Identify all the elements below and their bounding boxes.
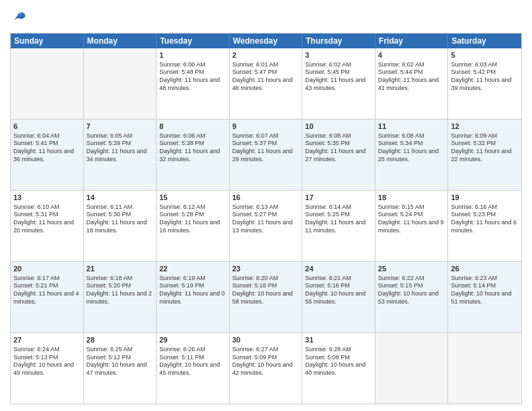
day-number: 17 [305,193,372,203]
day-info: Sunrise: 6:24 AMSunset: 5:13 PMDaylight:… [13,346,81,377]
day-number: 19 [451,193,519,203]
calendar: SundayMondayTuesdayWednesdayThursdayFrid… [10,33,522,404]
day-number: 27 [13,335,81,345]
calendar-cell-1-2: 8Sunrise: 6:06 AMSunset: 5:38 PMDaylight… [157,120,230,190]
day-info: Sunrise: 6:19 AMSunset: 5:19 PMDaylight:… [159,275,226,306]
day-info: Sunrise: 6:17 AMSunset: 5:21 PMDaylight:… [13,275,81,306]
day-number: 4 [378,50,445,60]
day-number: 12 [451,122,519,132]
day-info: Sunrise: 6:16 AMSunset: 5:23 PMDaylight:… [451,203,519,235]
calendar-cell-3-5: 25Sunrise: 6:22 AMSunset: 5:15 PMDayligh… [375,262,449,332]
day-info: Sunrise: 6:14 AMSunset: 5:25 PMDaylight:… [305,203,372,235]
logo-general [10,9,26,28]
calendar-cell-2-6: 19Sunrise: 6:16 AMSunset: 5:23 PMDayligh… [448,191,521,261]
day-number: 24 [305,264,372,274]
calendar-row-4: 27Sunrise: 6:24 AMSunset: 5:13 PMDayligh… [11,332,521,404]
day-info: Sunrise: 6:22 AMSunset: 5:15 PMDaylight:… [378,275,445,306]
calendar-cell-0-2: 1Sunrise: 6:00 AMSunset: 5:48 PMDaylight… [157,48,230,119]
calendar-cell-2-0: 13Sunrise: 6:10 AMSunset: 5:31 PMDayligh… [11,191,84,261]
day-info: Sunrise: 6:00 AMSunset: 5:48 PMDaylight:… [159,61,226,93]
calendar-row-1: 6Sunrise: 6:04 AMSunset: 5:41 PMDaylight… [11,119,521,190]
day-info: Sunrise: 6:28 AMSunset: 5:08 PMDaylight:… [305,346,372,377]
day-number: 3 [305,50,372,60]
day-number: 14 [87,193,154,203]
calendar-cell-0-1 [84,48,157,119]
day-number: 15 [159,193,226,203]
day-info: Sunrise: 6:01 AMSunset: 5:47 PMDaylight:… [232,61,300,93]
day-info: Sunrise: 6:06 AMSunset: 5:38 PMDaylight:… [159,132,226,164]
day-info: Sunrise: 6:09 AMSunset: 5:32 PMDaylight:… [451,132,519,164]
logo [10,9,26,28]
calendar-cell-3-6: 26Sunrise: 6:23 AMSunset: 5:14 PMDayligh… [448,262,521,332]
calendar-cell-3-1: 21Sunrise: 6:18 AMSunset: 5:20 PMDayligh… [84,262,157,332]
day-info: Sunrise: 6:07 AMSunset: 5:37 PMDaylight:… [232,132,300,164]
day-number: 8 [159,122,226,132]
calendar-cell-4-1: 28Sunrise: 6:25 AMSunset: 5:12 PMDayligh… [84,333,157,404]
day-info: Sunrise: 6:13 AMSunset: 5:27 PMDaylight:… [232,203,300,235]
calendar-cell-4-0: 27Sunrise: 6:24 AMSunset: 5:13 PMDayligh… [11,333,84,404]
day-info: Sunrise: 6:11 AMSunset: 5:30 PMDaylight:… [87,203,154,235]
calendar-cell-2-3: 16Sunrise: 6:13 AMSunset: 5:27 PMDayligh… [230,191,303,261]
calendar-cell-4-4: 31Sunrise: 6:28 AMSunset: 5:08 PMDayligh… [302,333,375,404]
day-info: Sunrise: 6:02 AMSunset: 5:44 PMDaylight:… [378,61,445,93]
day-number: 20 [13,264,81,274]
header-cell-sunday: Sunday [11,34,84,48]
day-number: 26 [451,264,519,274]
page: SundayMondayTuesdayWednesdayThursdayFrid… [0,0,532,411]
day-info: Sunrise: 6:25 AMSunset: 5:12 PMDaylight:… [87,346,154,377]
day-info: Sunrise: 6:26 AMSunset: 5:11 PMDaylight:… [159,346,226,377]
day-info: Sunrise: 6:21 AMSunset: 5:16 PMDaylight:… [305,275,372,306]
calendar-cell-3-4: 24Sunrise: 6:21 AMSunset: 5:16 PMDayligh… [302,262,375,332]
calendar-cell-1-3: 9Sunrise: 6:07 AMSunset: 5:37 PMDaylight… [230,120,303,190]
header-cell-saturday: Saturday [448,34,521,48]
calendar-cell-0-3: 2Sunrise: 6:01 AMSunset: 5:47 PMDaylight… [230,48,303,119]
header-cell-tuesday: Tuesday [157,34,230,48]
day-info: Sunrise: 6:27 AMSunset: 5:09 PMDaylight:… [232,346,300,377]
calendar-row-2: 13Sunrise: 6:10 AMSunset: 5:31 PMDayligh… [11,190,521,261]
day-number: 6 [13,122,81,132]
day-info: Sunrise: 6:05 AMSunset: 5:39 PMDaylight:… [87,132,154,164]
calendar-cell-2-1: 14Sunrise: 6:11 AMSunset: 5:30 PMDayligh… [84,191,157,261]
day-info: Sunrise: 6:08 AMSunset: 5:35 PMDaylight:… [305,132,372,164]
day-info: Sunrise: 6:02 AMSunset: 5:45 PMDaylight:… [305,61,372,93]
day-number: 23 [232,264,300,274]
calendar-cell-1-6: 12Sunrise: 6:09 AMSunset: 5:32 PMDayligh… [448,120,521,190]
header-cell-thursday: Thursday [302,34,375,48]
calendar-cell-0-4: 3Sunrise: 6:02 AMSunset: 5:45 PMDaylight… [302,48,375,119]
day-number: 11 [378,122,445,132]
calendar-row-3: 20Sunrise: 6:17 AMSunset: 5:21 PMDayligh… [11,261,521,332]
day-info: Sunrise: 6:08 AMSunset: 5:34 PMDaylight:… [378,132,445,164]
calendar-cell-1-5: 11Sunrise: 6:08 AMSunset: 5:34 PMDayligh… [375,120,449,190]
day-number: 29 [159,335,226,345]
calendar-cell-3-3: 23Sunrise: 6:20 AMSunset: 5:18 PMDayligh… [230,262,303,332]
day-info: Sunrise: 6:18 AMSunset: 5:20 PMDaylight:… [87,275,154,306]
day-info: Sunrise: 6:10 AMSunset: 5:31 PMDaylight:… [13,203,81,235]
day-info: Sunrise: 6:23 AMSunset: 5:14 PMDaylight:… [451,275,519,306]
calendar-cell-4-3: 30Sunrise: 6:27 AMSunset: 5:09 PMDayligh… [230,333,303,404]
day-info: Sunrise: 6:04 AMSunset: 5:41 PMDaylight:… [13,132,81,164]
calendar-cell-0-0 [11,48,84,119]
calendar-cell-2-4: 17Sunrise: 6:14 AMSunset: 5:25 PMDayligh… [302,191,375,261]
day-number: 13 [13,193,81,203]
day-number: 7 [87,122,154,132]
calendar-cell-4-6 [448,333,521,404]
calendar-cell-4-5 [375,333,449,404]
calendar-cell-0-6: 5Sunrise: 6:03 AMSunset: 5:42 PMDaylight… [448,48,521,119]
calendar-cell-1-4: 10Sunrise: 6:08 AMSunset: 5:35 PMDayligh… [302,120,375,190]
day-info: Sunrise: 6:20 AMSunset: 5:18 PMDaylight:… [232,275,300,306]
day-number: 31 [305,335,372,345]
day-number: 9 [232,122,300,132]
day-number: 2 [232,50,300,60]
day-number: 10 [305,122,372,132]
header-cell-wednesday: Wednesday [230,34,303,48]
day-number: 1 [159,50,226,60]
day-info: Sunrise: 6:15 AMSunset: 5:24 PMDaylight:… [378,203,445,235]
day-number: 30 [232,335,300,345]
day-number: 21 [87,264,154,274]
calendar-cell-3-2: 22Sunrise: 6:19 AMSunset: 5:19 PMDayligh… [157,262,230,332]
day-number: 18 [378,193,445,203]
day-info: Sunrise: 6:03 AMSunset: 5:42 PMDaylight:… [451,61,519,93]
day-number: 28 [87,335,154,345]
calendar-row-0: 1Sunrise: 6:00 AMSunset: 5:48 PMDaylight… [11,48,521,119]
header-cell-monday: Monday [84,34,157,48]
